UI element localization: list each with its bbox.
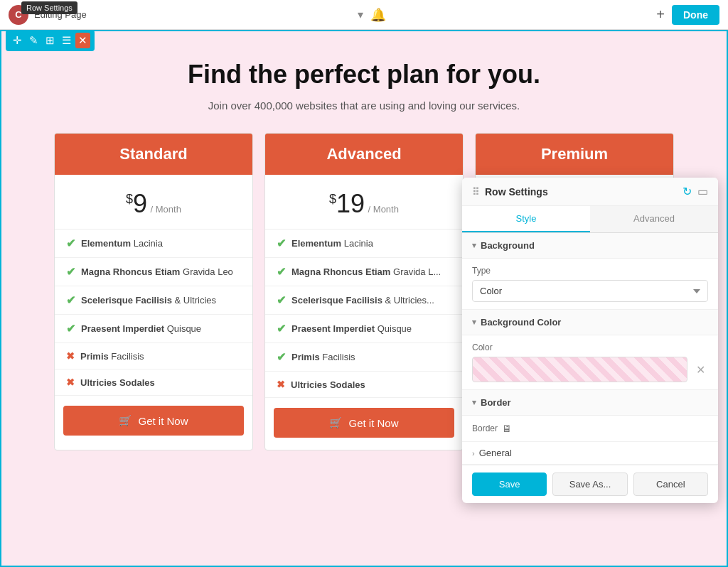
pricing-card-0: Standard $9 / Month ✔ Elementum Lacinia …	[54, 133, 253, 450]
general-chevron-icon: ›	[472, 449, 475, 458]
panel-tab-advanced[interactable]: Advanced	[590, 206, 718, 232]
x-icon: ✖	[66, 350, 75, 362]
check-icon: ✔	[277, 350, 286, 364]
feature-item: ✔ Scelerisque Facilisis & Ultricies...	[265, 286, 463, 315]
price-period-1: / Month	[368, 204, 399, 215]
card-features-0: ✔ Elementum Lacinia ✔ Magna Rhoncus Etia…	[55, 230, 252, 396]
feature-item: ✔ Primis Facilisis	[265, 343, 463, 372]
page-subtitle: Join over 400,000 websites that are usin…	[16, 99, 712, 112]
border-chevron-icon: ▾	[472, 398, 476, 407]
done-button[interactable]: Done	[672, 5, 719, 25]
edit-icon[interactable]: ✎	[26, 33, 41, 48]
type-label: Type	[472, 266, 708, 276]
save-as-button[interactable]: Save As...	[552, 472, 627, 496]
card-price-1: $19 / Month	[265, 175, 463, 230]
card-features-1: ✔ Elementum Lacinia ✔ Magna Rhoncus Etia…	[265, 230, 463, 398]
tooltip-row-settings: Row Settings	[21, 1, 77, 14]
minimize-icon[interactable]: ▭	[697, 185, 708, 198]
duplicate-icon[interactable]: ⊞	[43, 33, 58, 48]
card-header-2: Premium	[476, 134, 673, 175]
monitor-icon[interactable]: 🖥	[502, 423, 512, 434]
top-bar-center: ▾ 🔔	[358, 7, 386, 23]
close-icon[interactable]: ✕	[75, 33, 90, 48]
feature-item: ✔ Praesent Imperdiet Quisque	[265, 315, 463, 343]
feature-item: ✖ Ultricies Sodales	[265, 372, 463, 398]
color-field-row: Color ✕	[462, 335, 718, 390]
top-bar-right: + Done	[656, 5, 719, 25]
panel-tab-style[interactable]: Style	[462, 206, 590, 232]
price-period-0: / Month	[151, 204, 181, 215]
feature-item: ✔ Magna Rhoncus Etiam Gravida Leo	[55, 258, 252, 286]
check-icon: ✔	[66, 265, 75, 279]
settings-panel: ⠿ Row Settings ↻ ▭ StyleAdvanced ▾ Backg…	[462, 178, 718, 503]
panel-header-actions: ↻ ▭	[682, 185, 708, 198]
feature-item: ✖ Primis Facilisis	[55, 343, 252, 369]
card-header-0: Standard	[55, 134, 252, 175]
general-section-header[interactable]: › General	[462, 442, 718, 465]
check-icon: ✔	[66, 237, 75, 250]
background-color-label: Background Color	[481, 317, 561, 328]
check-icon: ✔	[277, 265, 286, 279]
bg-color-chevron-icon: ▾	[472, 318, 476, 327]
card-header-1: Advanced	[265, 134, 463, 175]
type-field-row: Type Color Gradient Image Video None	[462, 259, 718, 310]
panel-tabs: StyleAdvanced	[462, 206, 718, 233]
card-btn-1[interactable]: 🛒 Get it Now	[274, 408, 454, 438]
color-swatch[interactable]	[472, 357, 687, 382]
card-price-0: $9 / Month	[55, 175, 252, 230]
border-field-row: Border 🖥	[462, 416, 718, 442]
price-amount-1: $19	[329, 189, 365, 218]
type-select[interactable]: Color Gradient Image Video None	[472, 280, 708, 302]
add-button[interactable]: +	[656, 6, 665, 23]
feature-item: ✖ Ultricies Sodales	[55, 369, 252, 396]
top-bar-left: C Row Settings Editing Page	[9, 5, 87, 25]
card-btn-0[interactable]: 🛒 Get it Now	[63, 406, 244, 436]
feature-item: ✔ Scelerisque Facilisis & Ultricies	[55, 286, 252, 315]
check-icon: ✔	[277, 237, 286, 250]
background-section-label: Background	[481, 240, 535, 251]
color-field: ✕	[472, 357, 708, 382]
price-amount-0: $9	[126, 189, 147, 218]
pricing-card-1: Advanced $19 / Month ✔ Elementum Lacinia…	[264, 133, 464, 450]
color-clear-button[interactable]: ✕	[693, 360, 708, 379]
check-icon: ✔	[277, 293, 286, 307]
x-icon: ✖	[277, 379, 285, 390]
panel-footer: Save Save As... Cancel	[462, 465, 718, 503]
cancel-button[interactable]: Cancel	[633, 472, 708, 496]
general-label: General	[479, 448, 512, 458]
border-section-header[interactable]: ▾ Border	[462, 390, 718, 416]
panel-header: ⠿ Row Settings ↻ ▭	[462, 178, 718, 206]
float-toolbar: ✛ ✎ ⊞ ☰ ✕	[6, 30, 95, 51]
background-chevron-icon: ▾	[472, 241, 476, 250]
feature-item: ✔ Praesent Imperdiet Quisque	[55, 315, 252, 343]
check-icon: ✔	[66, 322, 75, 335]
check-icon: ✔	[277, 322, 286, 335]
refresh-icon[interactable]: ↻	[682, 185, 692, 198]
save-button[interactable]: Save	[472, 472, 547, 496]
border-section-label: Border	[481, 397, 511, 408]
top-bar: C Row Settings Editing Page ▾ 🔔 + Done	[0, 0, 728, 30]
check-icon: ✔	[66, 293, 75, 307]
drag-icon[interactable]: ⠿	[472, 186, 479, 198]
feature-item: ✔ Elementum Lacinia	[265, 230, 463, 258]
background-color-section-header[interactable]: ▾ Background Color	[462, 310, 718, 335]
border-label: Border 🖥	[472, 423, 708, 434]
menu-icon[interactable]: ☰	[59, 33, 74, 48]
color-label: Color	[472, 342, 708, 352]
x-icon: ✖	[66, 377, 75, 388]
chevron-down-icon[interactable]: ▾	[358, 8, 363, 21]
cart-icon-0: 🛒	[119, 414, 132, 427]
background-section-header[interactable]: ▾ Background	[462, 233, 718, 259]
feature-item: ✔ Magna Rhoncus Etiam Gravida L...	[265, 258, 463, 286]
cart-icon-1: 🛒	[329, 416, 343, 429]
panel-body: ▾ Background Type Color Gradient Image V…	[462, 233, 718, 465]
page-title: Find the perfect plan for you.	[16, 60, 712, 90]
feature-item: ✔ Elementum Lacinia	[55, 230, 252, 258]
bell-icon[interactable]: 🔔	[370, 7, 386, 23]
move-icon[interactable]: ✛	[10, 33, 25, 48]
panel-title: ⠿ Row Settings	[472, 186, 548, 198]
